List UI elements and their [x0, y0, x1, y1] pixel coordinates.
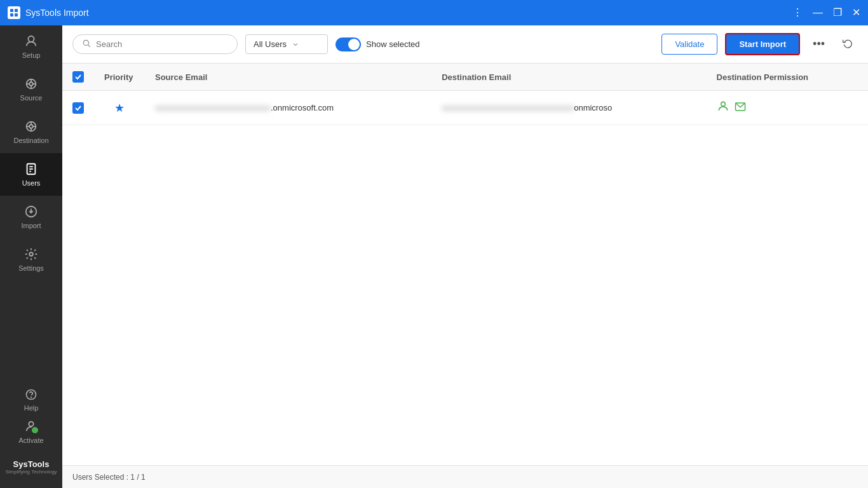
sidebar-label-destination: Destination	[13, 137, 48, 144]
destination-email-suffix: onmicroso	[574, 103, 612, 112]
filter-dropdown[interactable]: All Users	[245, 34, 328, 54]
row-destination-permission	[707, 91, 868, 125]
toolbar: All Users Show selected Validate Start I…	[62, 25, 868, 64]
sidebar-label-help: Help	[24, 404, 39, 412]
search-box[interactable]	[72, 34, 238, 54]
svg-point-28	[83, 40, 88, 45]
more-icon[interactable]: ⋮	[792, 8, 803, 18]
header-destination-permission: Destination Permission	[707, 64, 868, 91]
sidebar-item-users[interactable]: Users	[0, 153, 62, 196]
svg-rect-1	[15, 9, 18, 12]
svg-rect-2	[10, 13, 13, 17]
svg-point-30	[721, 102, 725, 106]
sidebar-label-import: Import	[21, 222, 41, 229]
svg-point-6	[29, 82, 33, 86]
more-options-button[interactable]: •••	[808, 35, 830, 53]
table-header-row: Priority Source Email Destination Email …	[62, 64, 868, 91]
row-destination-email: xxxxxxxxxxxxxxxxxxxxxxxxxxxxxxxxonmicros…	[431, 91, 706, 125]
table-container: Priority Source Email Destination Email …	[62, 64, 868, 465]
svg-rect-0	[10, 9, 13, 12]
brand-tagline: Simplifying Technology	[5, 469, 57, 475]
chevron-down-icon	[292, 41, 299, 48]
permission-icons	[717, 100, 858, 116]
toggle-knob	[348, 39, 360, 50]
source-email-blurred: xxxxxxxxxxxxxxxxxxxxxxxxxxxx	[155, 103, 271, 112]
sidebar-item-import[interactable]: Import	[0, 196, 62, 238]
filter-selected: All Users	[254, 39, 287, 49]
systools-brand: SysTools Simplifying Technology	[0, 453, 62, 482]
sidebar-item-destination[interactable]: Destination	[0, 111, 62, 153]
maximize-icon[interactable]: ❐	[833, 8, 842, 18]
row-checkbox[interactable]	[72, 102, 84, 114]
row-checkbox-cell	[62, 91, 94, 125]
activate-green-dot	[31, 426, 39, 435]
header-priority: Priority	[94, 64, 145, 91]
svg-line-29	[88, 45, 90, 47]
sidebar-item-source[interactable]: Source	[0, 68, 62, 111]
search-icon	[82, 39, 91, 50]
app-title: SysTools Import	[25, 8, 89, 18]
header-destination-email: Destination Email	[431, 64, 706, 91]
table-row: ★ xxxxxxxxxxxxxxxxxxxxxxxxxxxx.onmicroso…	[62, 91, 868, 125]
validate-button[interactable]: Validate	[661, 34, 717, 55]
show-selected-toggle-wrap: Show selected	[336, 37, 420, 51]
table-header: Priority Source Email Destination Email …	[62, 64, 868, 91]
priority-star-icon[interactable]: ★	[114, 102, 125, 114]
destination-email-blurred: xxxxxxxxxxxxxxxxxxxxxxxxxxxxxxxx	[442, 103, 574, 112]
app-icon	[8, 6, 20, 19]
search-input[interactable]	[96, 39, 228, 49]
title-bar-controls: ⋮ — ❐ ✕	[792, 8, 860, 18]
sidebar-item-setup[interactable]: Setup	[0, 25, 62, 68]
select-all-checkbox[interactable]	[72, 71, 84, 83]
svg-point-25	[31, 397, 32, 398]
sidebar-label-users: Users	[22, 179, 41, 187]
refresh-button[interactable]	[837, 36, 858, 53]
title-bar-left: SysTools Import	[8, 6, 89, 19]
start-import-button[interactable]: Start Import	[725, 33, 800, 55]
sidebar: Setup Source Destination	[0, 25, 62, 488]
svg-rect-3	[15, 13, 18, 17]
source-email-suffix: .onmicrosoft.com	[271, 103, 334, 112]
show-selected-toggle[interactable]	[336, 37, 361, 51]
user-permission-icon	[717, 100, 729, 116]
close-icon[interactable]: ✕	[852, 8, 860, 18]
svg-point-4	[28, 36, 34, 42]
minimize-icon[interactable]: —	[813, 8, 823, 18]
header-checkbox-cell	[62, 64, 94, 91]
table-body: ★ xxxxxxxxxxxxxxxxxxxxxxxxxxxx.onmicroso…	[62, 91, 868, 125]
svg-point-23	[29, 252, 33, 256]
brand-name: SysTools	[5, 459, 57, 470]
sidebar-label-settings: Settings	[18, 264, 44, 272]
main-content: All Users Show selected Validate Start I…	[62, 25, 868, 488]
sidebar-item-settings[interactable]: Settings	[0, 238, 62, 281]
sidebar-label-activate: Activate	[18, 437, 43, 444]
sidebar-bottom: Help Activate SysTools Simplifying Techn…	[0, 382, 62, 488]
sidebar-item-help[interactable]: Help	[0, 382, 62, 416]
row-priority: ★	[94, 91, 145, 125]
sidebar-label-source: Source	[20, 94, 43, 102]
show-selected-label: Show selected	[366, 39, 420, 49]
row-source-email: xxxxxxxxxxxxxxxxxxxxxxxxxxxx.onmicrosoft…	[145, 91, 431, 125]
mail-permission-icon	[735, 101, 746, 115]
app-container: Setup Source Destination	[0, 25, 868, 488]
svg-point-12	[29, 125, 33, 128]
status-text: Users Selected : 1 / 1	[72, 473, 146, 482]
status-bar: Users Selected : 1 / 1	[62, 465, 868, 488]
sidebar-item-activate[interactable]: Activate	[0, 416, 62, 453]
sidebar-label-setup: Setup	[22, 51, 41, 59]
users-table: Priority Source Email Destination Email …	[62, 64, 868, 125]
title-bar: SysTools Import ⋮ — ❐ ✕	[0, 0, 868, 25]
activate-icon-wrap	[24, 419, 38, 433]
header-source-email: Source Email	[145, 64, 431, 91]
